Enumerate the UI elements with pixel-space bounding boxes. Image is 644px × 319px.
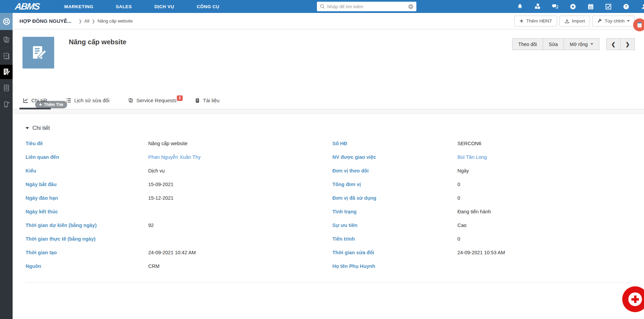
field-value: 15-12-2021 xyxy=(148,195,328,201)
field-value: 24-09-2021 10:53 AM xyxy=(458,250,631,255)
menu-cong-cu[interactable]: CÔNG CỤ xyxy=(185,0,231,13)
details-section-header[interactable]: Chi tiết xyxy=(26,122,631,137)
sidebar-item-sms[interactable] xyxy=(0,97,13,111)
main-menu: MARKETING SALES DỊCH VỤ CÔNG CỤ xyxy=(53,0,231,13)
field-value-link[interactable]: Bùi Tân Long xyxy=(458,154,631,160)
global-search[interactable] xyxy=(317,2,416,11)
tab-label: Chi tiết xyxy=(31,97,47,103)
field-row: Ngày đáo hạn15-12-2021 xyxy=(26,191,328,205)
help-icon[interactable]: ? xyxy=(623,3,629,10)
customize-button[interactable]: Tùy chỉnh xyxy=(592,16,635,27)
bell-icon[interactable] xyxy=(517,3,523,10)
phone-message-icon xyxy=(3,101,10,108)
module-sidebar: ·· ? ·· xyxy=(0,13,13,319)
notes-bubble-button[interactable] xyxy=(633,18,644,31)
app-logo[interactable]: ABMS xyxy=(14,1,40,12)
chart-line-icon xyxy=(23,97,29,103)
record-tabs: Chi tiết Lịch sử sửa đổi Service Request… xyxy=(13,91,644,109)
field-row: Họ tên Phụ Huynh xyxy=(328,259,631,273)
quick-create-fab[interactable] xyxy=(622,286,644,312)
edit-button[interactable]: Sửa xyxy=(543,38,564,50)
clipboard-icon xyxy=(636,21,643,28)
follow-button[interactable]: Theo dõi xyxy=(512,38,543,50)
tab-badge: 2 xyxy=(177,95,182,101)
tab-service-requests[interactable]: Service Requests 2 xyxy=(124,97,180,109)
svg-text:?: ? xyxy=(625,4,627,9)
import-button[interactable]: Import xyxy=(559,16,590,27)
search-input[interactable] xyxy=(327,4,408,9)
breadcrumb-record[interactable]: Nâng cấp website xyxy=(97,18,133,24)
cubes-icon[interactable] xyxy=(534,3,541,10)
prev-record-button[interactable]: ❮ xyxy=(606,38,621,50)
plus-circle-icon[interactable] xyxy=(570,3,576,10)
search-scope-icon[interactable] xyxy=(408,4,414,10)
import-label: Import xyxy=(572,18,585,24)
field-label: Nguồn xyxy=(26,263,148,269)
field-row: Tổng đơn vị0 xyxy=(328,178,631,191)
plus-icon xyxy=(628,292,642,306)
field-value: Đang tiến hành xyxy=(458,209,631,214)
menu-dich-vu[interactable]: DỊCH VỤ xyxy=(143,0,185,13)
field-row: Thời gian sửa đổi24-09-2021 10:53 AM xyxy=(328,246,631,259)
tab-lich-su-sua-doi[interactable]: Lịch sử sửa đổi xyxy=(62,97,113,109)
breadcrumb-all[interactable]: All xyxy=(85,18,89,24)
field-label: Thời gian thực tế (bằng ngày) xyxy=(26,236,148,242)
field-value: 0 xyxy=(458,195,631,201)
record-type-icon xyxy=(22,37,54,69)
field-row: Sự ưu tiênCao xyxy=(328,218,631,232)
user-icon[interactable] xyxy=(641,3,644,10)
menu-sales[interactable]: SALES xyxy=(105,0,143,13)
field-value: 92 xyxy=(148,223,328,228)
panel-top-band xyxy=(13,109,644,114)
sidebar-divider-dots: ·· xyxy=(5,46,8,49)
field-label: Tổng đơn vị xyxy=(333,182,458,187)
field-row: Tình trạngĐang tiến hành xyxy=(328,205,631,218)
field-value: Dịch vụ xyxy=(148,168,328,173)
details-section-title: Chi tiết xyxy=(32,125,50,131)
sidebar-item-faq[interactable]: ? xyxy=(0,49,13,63)
breadcrumb-module[interactable]: HỢP ĐỒNG NGUYÊ... xyxy=(19,18,72,24)
field-value: 24-09-2021 10:42 AM xyxy=(148,250,328,255)
life-ring-icon xyxy=(2,17,11,26)
wrench-icon xyxy=(597,19,602,24)
field-label: Ngày đáo hạn xyxy=(26,195,148,201)
field-row: Liên quan đếnPhan Nguyễn Xuân Thy xyxy=(26,150,328,164)
chevron-down-icon xyxy=(627,20,630,22)
menu-marketing[interactable]: MARKETING xyxy=(53,0,105,13)
field-row: NV được giao việcBùi Tân Long xyxy=(328,150,631,164)
field-label: Tình trạng xyxy=(333,209,458,214)
tab-chi-tiet[interactable]: Chi tiết xyxy=(19,97,51,109)
more-button[interactable]: Mở rộng xyxy=(564,38,599,50)
next-record-button[interactable]: ❯ xyxy=(620,38,635,50)
customize-label: Tùy chỉnh xyxy=(604,18,625,24)
field-label: Số HĐ xyxy=(333,141,458,146)
add-contract-button[interactable]: Thêm HĐNT xyxy=(514,16,557,27)
sidebar-item-service-contracts[interactable] xyxy=(0,65,13,79)
field-label: Sự ưu tiên xyxy=(333,223,458,228)
sidebar-item-assets[interactable] xyxy=(0,81,13,95)
record-actions: Theo dõi Sửa Mở rộng ❮ ❯ xyxy=(512,38,635,50)
field-label: Ngày bắt đầu xyxy=(26,182,148,187)
field-row: Tiến trình0 xyxy=(328,232,631,246)
sidebar-divider-dots: ·· xyxy=(5,95,8,97)
field-row: Đơn vị đã sử dụng0 xyxy=(328,191,631,205)
sidebar-item-support[interactable] xyxy=(0,13,13,30)
task-check-icon[interactable] xyxy=(605,3,612,10)
field-label: Đơn vị theo dõi xyxy=(333,168,458,173)
sidebar-item-tickets[interactable] xyxy=(0,33,13,46)
field-value: 0 xyxy=(458,182,631,187)
chat-icon[interactable] xyxy=(552,3,558,10)
calendar-icon[interactable] xyxy=(587,3,594,10)
list-icon xyxy=(66,97,72,103)
svg-text:?: ? xyxy=(5,55,7,58)
download-icon xyxy=(565,19,569,24)
record-header: Nâng cấp website Thêm Thẻ Theo dõi Sửa M… xyxy=(13,29,644,91)
details-panel: Chi tiết Tiêu đềNâng cấp websiteLiên qua… xyxy=(13,114,644,283)
more-label: Mở rộng xyxy=(570,42,588,47)
field-value-link[interactable]: Phan Nguyễn Xuân Thy xyxy=(148,154,328,160)
field-label: Họ tên Phụ Huynh xyxy=(333,263,458,269)
search-icon xyxy=(320,4,325,9)
tab-tai-lieu[interactable]: Tài liệu xyxy=(191,97,223,109)
field-label: Thời gian tạo xyxy=(26,250,148,255)
breadcrumb-separator: ❯ xyxy=(92,19,95,24)
